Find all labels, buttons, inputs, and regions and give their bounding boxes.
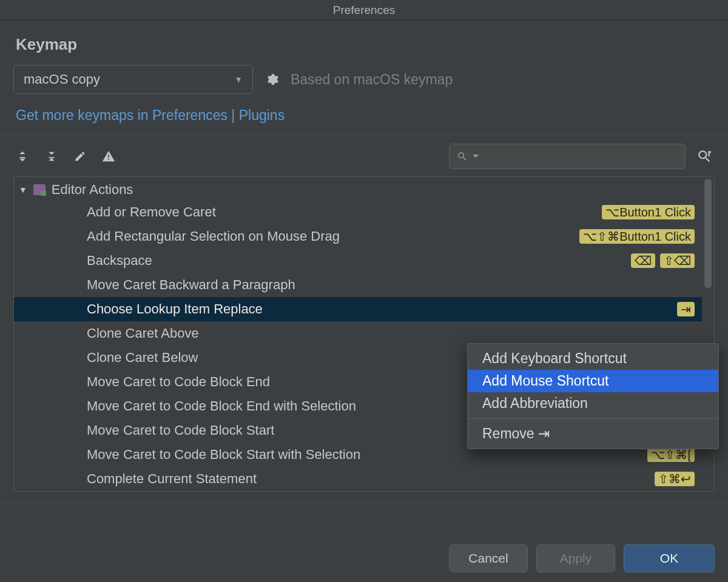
- shortcut-chip: ⌥⇧⌘Button1 Click: [579, 229, 695, 244]
- context-menu-item[interactable]: Add Abbreviation: [468, 392, 718, 415]
- expand-all-icon[interactable]: [16, 150, 29, 163]
- keymap-select-value: macOS copy: [24, 72, 100, 87]
- chevron-down-icon: ▼: [234, 75, 243, 84]
- disclosure-triangle-icon: ▼: [19, 185, 27, 195]
- dialog-buttons: Cancel Apply OK: [449, 544, 715, 572]
- more-keymaps-link[interactable]: Get more keymaps in Preferences | Plugin…: [16, 107, 285, 124]
- window-title: Preferences: [333, 4, 395, 17]
- ok-button[interactable]: OK: [624, 544, 715, 572]
- cancel-button[interactable]: Cancel: [449, 544, 528, 572]
- cancel-button-label: Cancel: [468, 551, 508, 566]
- action-row[interactable]: Choose Lookup Item Replace⇥: [14, 297, 702, 321]
- shortcut-chip: ⇧⌫: [660, 253, 695, 268]
- search-icon: [457, 151, 468, 162]
- warning-icon[interactable]: [102, 150, 115, 163]
- search-input[interactable]: [449, 144, 686, 169]
- action-row[interactable]: Backspace⌫⇧⌫: [14, 249, 702, 273]
- shortcut-chip: ⌥Button1 Click: [602, 205, 695, 219]
- shortcut-group: ⌥⇧⌘Button1 Click: [579, 229, 697, 244]
- action-label: Add Rectangular Selection on Mouse Drag: [87, 229, 340, 244]
- context-menu: Add Keyboard ShortcutAdd Mouse ShortcutA…: [467, 343, 719, 449]
- shortcut-chip: ⌥⇧⌘[: [647, 447, 695, 462]
- shortcut-group: ⇥: [677, 302, 697, 316]
- apply-button[interactable]: Apply: [536, 544, 615, 572]
- shortcut-chip: ⇧⌘↩: [655, 472, 695, 486]
- shortcut-group: ⌥⇧⌘[: [647, 447, 697, 462]
- action-row[interactable]: Add or Remove Caret⌥Button1 Click: [14, 200, 702, 224]
- context-menu-item[interactable]: Add Keyboard Shortcut: [468, 347, 718, 370]
- shortcut-group: ⌥Button1 Click: [602, 205, 697, 219]
- context-menu-separator: [468, 418, 718, 419]
- action-row[interactable]: Clone Caret Above: [14, 321, 702, 346]
- shortcut-chip: ⌫: [631, 253, 655, 268]
- ok-button-label: OK: [660, 551, 678, 566]
- shortcut-group: ⌫⇧⌫: [631, 253, 697, 268]
- action-row[interactable]: Move Caret Backward a Paragraph: [14, 273, 702, 297]
- based-on-text: Based on macOS keymap: [291, 72, 453, 88]
- page-title: Keymap: [16, 35, 715, 54]
- apply-button-label: Apply: [560, 551, 592, 566]
- window-titlebar: Preferences: [0, 0, 728, 21]
- action-row[interactable]: Complete Current Statement⇧⌘↩: [14, 467, 702, 491]
- shortcut-group: ⇧⌘↩: [655, 472, 697, 486]
- chevron-down-icon: [473, 153, 479, 159]
- action-label: Clone Caret Above: [87, 326, 199, 341]
- action-label: Add or Remove Caret: [87, 204, 216, 220]
- gear-icon[interactable]: [264, 72, 280, 87]
- context-menu-item[interactable]: Add Mouse Shortcut: [468, 370, 718, 392]
- divider: [0, 135, 728, 135]
- folder-icon: [33, 184, 46, 195]
- action-label: Move Caret to Code Block End: [87, 374, 270, 390]
- tree-group-label: Editor Actions: [52, 182, 133, 198]
- action-label: Move Caret to Code Block Start with Sele…: [87, 447, 360, 463]
- find-action-by-shortcut-icon[interactable]: [696, 149, 712, 164]
- action-label: Move Caret to Code Block End with Select…: [87, 398, 356, 414]
- action-label: Clone Caret Below: [87, 350, 198, 366]
- tree-group-header[interactable]: ▼Editor Actions: [14, 179, 702, 200]
- action-label: Move Caret to Code Block Start: [87, 423, 274, 438]
- search-field[interactable]: [484, 150, 678, 163]
- keymap-select[interactable]: macOS copy ▼: [13, 65, 253, 94]
- action-label: Complete Current Statement: [87, 471, 257, 487]
- scrollbar-thumb[interactable]: [704, 179, 712, 288]
- shortcut-chip: ⇥: [677, 302, 695, 316]
- collapse-all-icon[interactable]: [45, 150, 58, 163]
- action-label: Move Caret Backward a Paragraph: [87, 277, 295, 293]
- action-label: Backspace: [87, 253, 152, 269]
- tree-toolbar: [13, 144, 715, 176]
- action-label: Choose Lookup Item Replace: [87, 301, 263, 317]
- context-menu-remove[interactable]: Remove ⇥: [468, 423, 718, 445]
- divider: [0, 503, 728, 503]
- action-row[interactable]: Add Rectangular Selection on Mouse Drag⌥…: [14, 224, 702, 249]
- edit-icon[interactable]: [74, 150, 86, 162]
